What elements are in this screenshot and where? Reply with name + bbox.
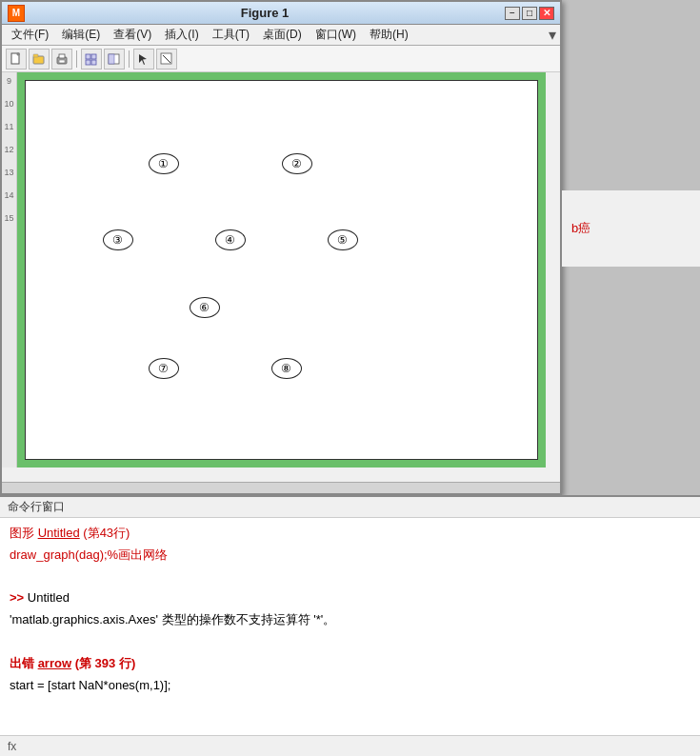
toolbar-btn-5[interactable]: [104, 49, 125, 70]
svg-rect-2: [33, 54, 38, 57]
fx-bar: fx: [0, 735, 700, 756]
toolbar-zoom-btn[interactable]: [156, 49, 177, 70]
h-scrollbar[interactable]: [2, 482, 560, 493]
toolbar-btn-4[interactable]: [81, 49, 102, 70]
svg-rect-6: [86, 54, 90, 59]
node-2: ②: [282, 153, 312, 174]
svg-rect-7: [91, 54, 96, 59]
toolbar-print-btn[interactable]: [51, 49, 72, 70]
cmd-line-blank-1: [10, 567, 690, 587]
restore-button[interactable]: □: [522, 7, 537, 20]
node-8: ⑧: [271, 358, 302, 379]
close-button[interactable]: ✕: [539, 7, 554, 20]
command-window: 命令行窗口 图形 Untitled (第43行) draw_graph(dag)…: [0, 495, 700, 756]
right-text: b癌: [571, 220, 590, 237]
menu-desktop[interactable]: 桌面(D): [257, 26, 308, 44]
cmd-header-label: 命令行窗口: [8, 499, 65, 515]
cmd-line-2: draw_graph(dag);%画出网络: [10, 546, 690, 566]
plot-area[interactable]: ①②③④⑤⑥⑦⑧: [25, 80, 538, 460]
cmd-line-error-header: 出错 arrow (第 393 行): [10, 654, 690, 674]
cmd-link-untitled-1[interactable]: Untitled: [38, 526, 80, 540]
menu-file[interactable]: 文件(F): [6, 26, 54, 44]
toolbar-open-btn[interactable]: [29, 49, 50, 70]
cmd-header: 命令行窗口: [0, 497, 700, 518]
cmd-line-blank-2: [10, 632, 690, 652]
svg-rect-8: [86, 60, 90, 65]
right-partial: b癌: [562, 190, 700, 267]
toolbar-sep-2: [129, 50, 130, 68]
cmd-body[interactable]: 图形 Untitled (第43行) draw_graph(dag);%画出网络…: [0, 518, 700, 703]
node-5: ⑤: [328, 229, 358, 250]
svg-rect-11: [109, 54, 114, 64]
menu-window[interactable]: 窗口(W): [310, 26, 362, 44]
menu-insert[interactable]: 插入(I): [159, 26, 204, 44]
svg-rect-5: [59, 60, 65, 63]
node-7: ⑦: [149, 358, 179, 379]
matlab-icon: M: [8, 5, 25, 22]
svg-marker-12: [139, 54, 147, 65]
menu-edit[interactable]: 编辑(E): [56, 26, 106, 44]
toolbar-sep-1: [76, 50, 77, 68]
menu-help[interactable]: 帮助(H): [364, 26, 414, 44]
node-1: ①: [149, 153, 179, 174]
cmd-line-1: 图形 Untitled (第43行): [10, 524, 690, 544]
left-strip: 9 10 11 12 13 14 15: [2, 72, 17, 468]
menu-view[interactable]: 查看(V): [108, 26, 157, 44]
node-4: ④: [215, 229, 246, 250]
cmd-link-arrow[interactable]: arrow: [38, 656, 71, 670]
toolbar-cursor-btn[interactable]: [133, 49, 154, 70]
menu-bar: 文件(F) 编辑(E) 查看(V) 插入(I) 工具(T) 桌面(D) 窗口(W…: [2, 25, 560, 46]
figure-window: M Figure 1 − □ ✕ 文件(F) 编辑(E) 查看(V) 插入(I)…: [0, 0, 562, 495]
svg-rect-4: [59, 54, 65, 58]
fx-label: fx: [8, 740, 16, 753]
toolbar: [2, 46, 560, 72]
cmd-line-prompt: >> Untitled: [10, 588, 690, 608]
menu-arrow: ▾: [549, 26, 556, 44]
window-title: Figure 1: [25, 6, 505, 20]
svg-rect-9: [91, 60, 96, 65]
node-6: ⑥: [190, 297, 220, 318]
title-bar: M Figure 1 − □ ✕: [2, 2, 560, 25]
cmd-line-code: start = [start NaN*ones(m,1)];: [10, 676, 690, 696]
menu-tools[interactable]: 工具(T): [207, 26, 255, 44]
minimize-button[interactable]: −: [505, 7, 520, 20]
cmd-line-error-msg: 'matlab.graphics.axis.Axes' 类型的操作数不支持运算符…: [10, 610, 690, 630]
toolbar-new-btn[interactable]: [6, 49, 27, 70]
node-3: ③: [103, 229, 133, 250]
plot-container: ①②③④⑤⑥⑦⑧: [17, 72, 546, 468]
window-controls: − □ ✕: [505, 7, 554, 20]
